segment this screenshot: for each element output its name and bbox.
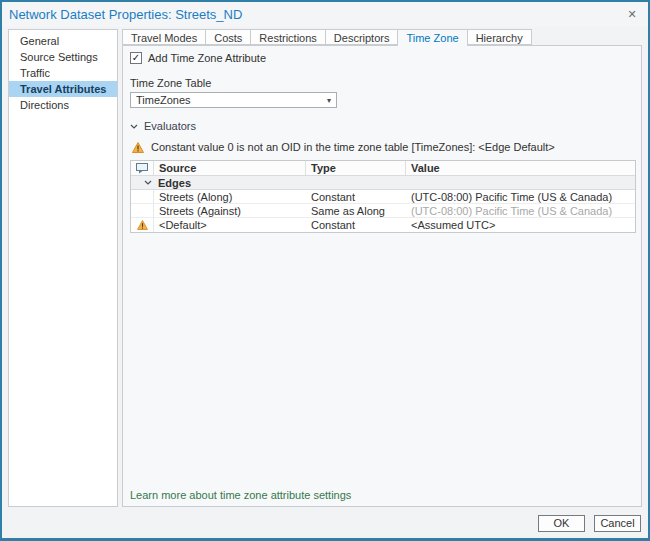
- time-zone-panel: ✓ Add Time Zone Attribute Time Zone Tabl…: [122, 45, 642, 507]
- time-zone-table-value: TimeZones: [136, 94, 191, 106]
- tab-descriptors[interactable]: Descriptors: [325, 29, 399, 45]
- learn-more-link[interactable]: Learn more about time zone attribute set…: [130, 489, 351, 501]
- evaluators-section-header[interactable]: Evaluators: [130, 120, 641, 132]
- warning-message-row: Constant value 0 is not an OID in the ti…: [132, 141, 641, 153]
- ok-button[interactable]: OK: [538, 515, 585, 532]
- cancel-button[interactable]: Cancel: [594, 515, 641, 532]
- chevron-down-icon: ▾: [327, 96, 331, 105]
- tab-time-zone[interactable]: Time Zone: [397, 29, 467, 46]
- row-type-cell: Constant: [306, 218, 406, 232]
- tab-costs[interactable]: Costs: [205, 29, 251, 45]
- time-zone-table-dropdown[interactable]: TimeZones ▾: [130, 92, 337, 108]
- network-dataset-properties-dialog: Network Dataset Properties: Streets_ND ✕…: [0, 0, 650, 541]
- add-time-zone-attribute-checkbox[interactable]: ✓: [130, 52, 142, 64]
- warning-message-text: Constant value 0 is not an OID in the ti…: [151, 141, 555, 153]
- row-source-cell: <Default>: [154, 218, 306, 232]
- row-type-cell: Same as Along: [306, 204, 406, 217]
- column-header-value[interactable]: Value: [406, 161, 635, 175]
- add-time-zone-attribute-row: ✓ Add Time Zone Attribute: [130, 52, 641, 64]
- edges-group-row[interactable]: Edges: [131, 176, 635, 190]
- row-source-cell: Streets (Against): [154, 204, 306, 217]
- row-warning-icon: [131, 218, 154, 232]
- tab-hierarchy[interactable]: Hierarchy: [467, 29, 532, 45]
- sidebar-item-traffic[interactable]: Traffic: [9, 65, 117, 81]
- add-time-zone-attribute-label: Add Time Zone Attribute: [148, 52, 266, 64]
- sidebar: General Source Settings Traffic Travel A…: [8, 29, 118, 507]
- row-source-cell: Streets (Along): [154, 190, 306, 203]
- sidebar-item-general[interactable]: General: [9, 33, 117, 49]
- collapse-chevron-icon: [130, 124, 138, 129]
- tab-bar: Travel Modes Costs Restrictions Descript…: [122, 29, 531, 46]
- collapse-chevron-icon: [144, 180, 152, 185]
- close-icon[interactable]: ✕: [625, 7, 639, 21]
- column-header-source[interactable]: Source: [154, 161, 306, 175]
- sidebar-item-travel-attributes[interactable]: Travel Attributes: [9, 81, 117, 97]
- evaluators-label: Evaluators: [144, 120, 196, 132]
- evaluator-table-header: Source Type Value: [131, 161, 635, 176]
- evaluator-comment-icon: [131, 161, 154, 175]
- warning-icon: [132, 142, 144, 153]
- sidebar-item-source-settings[interactable]: Source Settings: [9, 49, 117, 65]
- column-header-type[interactable]: Type: [306, 161, 406, 175]
- row-value-cell: (UTC-08:00) Pacific Time (US & Canada): [406, 204, 635, 217]
- time-zone-table-label: Time Zone Table: [130, 77, 641, 89]
- row-status-cell: [131, 190, 154, 203]
- table-row[interactable]: Streets (Against) Same as Along (UTC-08:…: [131, 204, 635, 218]
- table-row[interactable]: Streets (Along) Constant (UTC-08:00) Pac…: [131, 190, 635, 204]
- row-value-cell: (UTC-08:00) Pacific Time (US & Canada): [406, 190, 635, 203]
- row-type-cell: Constant: [306, 190, 406, 203]
- table-row[interactable]: <Default> Constant <Assumed UTC>: [131, 218, 635, 232]
- dialog-title: Network Dataset Properties: Streets_ND: [9, 7, 242, 22]
- tab-restrictions[interactable]: Restrictions: [250, 29, 325, 45]
- edges-group-label: Edges: [158, 177, 191, 189]
- tab-travel-modes[interactable]: Travel Modes: [122, 29, 206, 45]
- row-value-cell: <Assumed UTC>: [406, 218, 635, 232]
- title-bar: Network Dataset Properties: Streets_ND ✕: [2, 2, 648, 27]
- sidebar-item-directions[interactable]: Directions: [9, 97, 117, 113]
- evaluator-table: Source Type Value Edges Streets (Along) …: [130, 160, 636, 233]
- row-status-cell: [131, 204, 154, 217]
